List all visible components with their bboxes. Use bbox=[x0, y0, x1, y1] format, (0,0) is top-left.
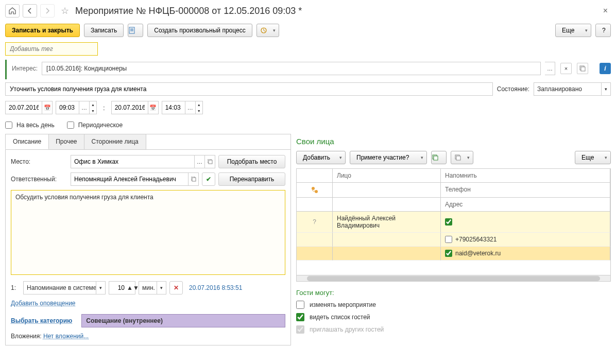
row-email-checkbox[interactable] bbox=[445, 250, 452, 257]
responsible-field[interactable] bbox=[71, 172, 199, 186]
time-from-field[interactable]: … ▲▼ bbox=[56, 101, 97, 114]
time-from-input[interactable] bbox=[56, 101, 79, 114]
interest-clear[interactable]: × bbox=[560, 63, 572, 74]
row-phone-cell[interactable]: +79025643321 bbox=[441, 233, 610, 247]
date-to-input[interactable] bbox=[112, 101, 148, 114]
doc-icon-button[interactable] bbox=[128, 24, 143, 37]
back-button[interactable] bbox=[23, 4, 37, 18]
time-to-spinner[interactable]: ▲▼ bbox=[195, 101, 202, 114]
interest-label: Интерес: bbox=[12, 65, 38, 72]
reminder-delete-button[interactable]: ✕ bbox=[169, 281, 183, 294]
save-button[interactable]: Записать bbox=[84, 24, 124, 37]
forward-button[interactable] bbox=[40, 4, 55, 18]
reminder-unit-select[interactable]: мин. ▾ bbox=[139, 281, 166, 294]
process-dropdown-button[interactable] bbox=[256, 24, 279, 37]
save-close-button[interactable]: Записать и закрыть bbox=[5, 24, 80, 37]
row-phone-checkbox[interactable] bbox=[445, 236, 452, 243]
allday-checkbox-label[interactable]: На весь день bbox=[5, 122, 55, 129]
svg-point-16 bbox=[315, 190, 318, 193]
calendar-icon[interactable]: 📅 bbox=[148, 101, 158, 114]
category-badge: Совещание (внутреннее) bbox=[81, 314, 285, 327]
redirect-button[interactable]: Перенаправить bbox=[218, 172, 285, 186]
allday-checkbox[interactable] bbox=[5, 122, 12, 129]
ellipsis-icon[interactable]: … bbox=[79, 101, 89, 114]
time-to-input[interactable] bbox=[162, 101, 185, 114]
more-button[interactable]: Еще bbox=[555, 24, 591, 37]
interest-open[interactable] bbox=[577, 63, 588, 74]
guest-view-checkbox[interactable] bbox=[296, 313, 304, 321]
reminder-timestamp: 20.07.2016 8:53:51 bbox=[189, 284, 242, 291]
subject-input[interactable] bbox=[5, 82, 493, 96]
persons-table: Лицо Напомнить Телефон Адрес ? Найдённый… bbox=[296, 168, 611, 282]
no-attachments-link[interactable]: Нет вложений... bbox=[43, 333, 89, 340]
responsible-input[interactable] bbox=[71, 173, 188, 185]
chevron-down-icon: ▾ bbox=[96, 282, 105, 294]
place-ellipsis[interactable]: … bbox=[194, 155, 204, 168]
periodic-checkbox-label[interactable]: Периодическое bbox=[67, 122, 123, 129]
guest-edit-checkbox[interactable] bbox=[296, 301, 304, 309]
place-field[interactable]: … bbox=[71, 155, 215, 168]
tab-third-parties[interactable]: Сторонние лица bbox=[84, 134, 146, 149]
reminder-type-select[interactable]: Напоминание в системе ▾ bbox=[23, 281, 106, 294]
place-open-icon[interactable] bbox=[204, 155, 215, 168]
svg-rect-6 bbox=[581, 67, 585, 71]
tab-description[interactable]: Описание bbox=[5, 134, 49, 149]
place-label: Место: bbox=[11, 158, 67, 165]
place-input[interactable] bbox=[71, 155, 194, 168]
add-alert-link[interactable]: Добавить оповещение bbox=[11, 300, 76, 307]
interest-ellipsis[interactable]: … bbox=[545, 62, 555, 75]
col-person-empty bbox=[333, 183, 441, 198]
right-more-button[interactable]: Еще bbox=[575, 151, 611, 164]
time-to-field[interactable]: … ▲▼ bbox=[162, 101, 203, 114]
row-remind-cell[interactable] bbox=[441, 212, 610, 233]
date-to-field[interactable]: 📅 bbox=[111, 101, 159, 114]
table-scrollbar[interactable] bbox=[297, 275, 610, 281]
col-person[interactable]: Лицо bbox=[333, 169, 441, 183]
add-person-button[interactable]: Добавить bbox=[296, 151, 346, 164]
help-button[interactable]: ? bbox=[595, 24, 611, 37]
table-row[interactable]: ? Найдённый Алексей Владимирович bbox=[297, 212, 610, 233]
state-select[interactable]: Запланировано ▾ bbox=[534, 82, 611, 96]
pick-place-button[interactable]: Подобрать место bbox=[218, 155, 285, 168]
toolbar-icon-2[interactable] bbox=[451, 151, 473, 164]
toolbar-icon-1[interactable] bbox=[431, 151, 447, 164]
row-person: Найдённый Алексей Владимирович bbox=[333, 212, 441, 233]
guest-option-view[interactable]: видеть список гостей bbox=[296, 313, 611, 321]
reminder-type-value: Напоминание в системе bbox=[27, 284, 96, 291]
responsible-check[interactable]: ✔ bbox=[202, 172, 215, 186]
reminder-count-field[interactable]: ▲▼ bbox=[109, 281, 135, 294]
state-label: Состояние: bbox=[497, 85, 529, 93]
time-from-spinner[interactable]: ▲▼ bbox=[89, 101, 96, 114]
participate-button[interactable]: Примете участие? bbox=[350, 151, 427, 164]
reminder-count-spinner[interactable]: ▲▼ bbox=[127, 284, 139, 291]
reminder-count-input[interactable] bbox=[109, 284, 127, 291]
responsible-open-icon[interactable] bbox=[188, 173, 198, 185]
interest-field[interactable]: [10.05.2016]: Кондиционеры bbox=[42, 62, 541, 75]
table-row[interactable]: naid@veterok.ru bbox=[297, 247, 610, 261]
col-phone[interactable]: Телефон bbox=[441, 183, 610, 198]
col-icon bbox=[297, 169, 333, 183]
periodic-checkbox[interactable] bbox=[67, 122, 74, 129]
pick-category-link[interactable]: Выбрать категорию bbox=[11, 317, 72, 324]
col-remind[interactable]: Напомнить bbox=[441, 169, 610, 183]
row-question-icon: ? bbox=[297, 212, 333, 233]
favorite-icon[interactable]: ☆ bbox=[61, 5, 69, 16]
col-address[interactable]: Адрес bbox=[441, 198, 610, 212]
row-email-cell[interactable]: naid@veterok.ru bbox=[441, 247, 610, 261]
create-process-button[interactable]: Создать произвольный процесс bbox=[147, 24, 252, 37]
calendar-icon[interactable]: 📅 bbox=[42, 101, 52, 114]
ellipsis-icon[interactable]: … bbox=[185, 101, 195, 114]
table-row[interactable]: +79025643321 bbox=[297, 233, 610, 247]
description-textarea[interactable]: Обсудить условия получения груза для кли… bbox=[11, 190, 285, 275]
tag-input[interactable] bbox=[5, 42, 98, 56]
date-from-field[interactable]: 📅 bbox=[5, 101, 53, 114]
home-button[interactable] bbox=[5, 4, 20, 18]
row-remind-checkbox[interactable] bbox=[445, 218, 452, 226]
svg-rect-10 bbox=[192, 178, 196, 181]
info-icon[interactable]: i bbox=[600, 63, 611, 74]
own-persons-title: Свои лица bbox=[296, 134, 611, 151]
date-from-input[interactable] bbox=[6, 101, 42, 114]
tab-other[interactable]: Прочее bbox=[48, 134, 84, 149]
close-button[interactable]: × bbox=[600, 6, 611, 15]
guest-option-edit[interactable]: изменять мероприятие bbox=[296, 301, 611, 309]
